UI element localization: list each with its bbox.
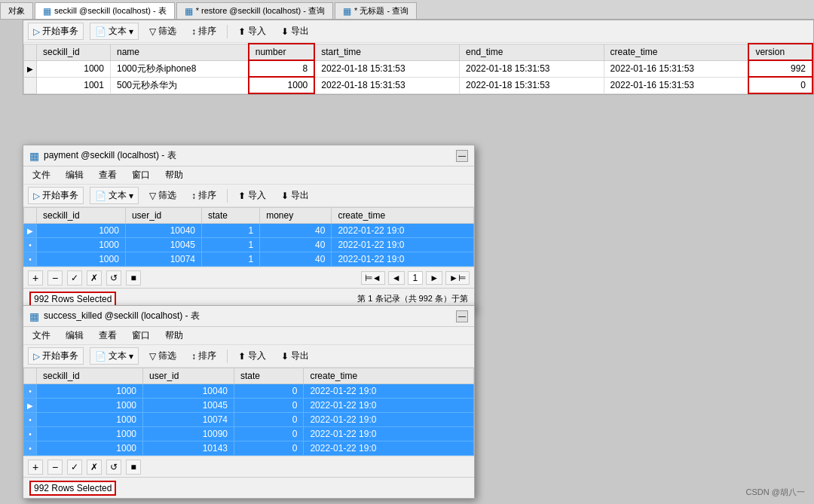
pay-begin-transaction-btn[interactable]: ▷ 开始事务	[28, 187, 84, 204]
col-version: version	[748, 44, 812, 60]
success-menu-view[interactable]: 查看	[96, 328, 120, 344]
pay-import-icon: ⬆	[238, 191, 246, 201]
query-icon-1: ▦	[185, 6, 193, 17]
success-menu-window[interactable]: 窗口	[129, 328, 153, 344]
menu-help[interactable]: 帮助	[162, 167, 186, 183]
pay-filter-btn[interactable]: ▽ 筛选	[145, 188, 181, 203]
tab-objects[interactable]: 对象	[0, 2, 33, 19]
suc-import-btn[interactable]: ⬆ 导入	[234, 348, 271, 364]
tab-restore-query[interactable]: ▦ * restore @seckill (localhost) - 查询	[176, 2, 333, 19]
pay-text-dropdown: ▾	[129, 191, 133, 201]
success-menu-file[interactable]: 文件	[29, 328, 54, 344]
page-last-btn[interactable]: ►⊨	[445, 271, 470, 285]
text-btn[interactable]: 📄 文本 ▾	[90, 23, 139, 40]
seckill-data-table: seckill_id name number start_time end_ti…	[23, 43, 813, 94]
pay-transaction-icon: ▷	[33, 191, 40, 201]
tab-restore-label: * restore @seckill (localhost) - 查询	[196, 5, 325, 17]
menu-file[interactable]: 文件	[29, 167, 54, 183]
suc-add-row-btn[interactable]: +	[28, 460, 43, 475]
table-row[interactable]: • 1000 10090 0 2022-01-22 19:0	[24, 427, 474, 441]
table-row[interactable]: • 1000 10143 0 2022-01-22 19:0	[24, 441, 474, 456]
suc-refresh-btn[interactable]: ↺	[106, 460, 121, 475]
table-row[interactable]: • 1000 10040 0 2022-01-22 19:0	[24, 384, 474, 399]
suc-text-dropdown: ▾	[129, 351, 133, 362]
payment-actions-bar: + − ✓ ✗ ↺ ■ ⊨◄ ◄ 1 ► ►⊨	[23, 267, 474, 288]
filter-btn[interactable]: ▽ 筛选	[145, 23, 181, 39]
export-icon: ⬇	[281, 26, 289, 37]
success-window-title: success_killed @seckill (localhost) - 表	[44, 310, 200, 322]
col-number: number	[249, 44, 315, 60]
suc-export-btn[interactable]: ⬇ 导出	[277, 348, 314, 364]
suc-transaction-icon: ▷	[33, 351, 40, 362]
table-row[interactable]: ▶ 1000 1000元秒杀iphone8 8 2022-01-18 15:31…	[24, 60, 813, 77]
col-seckill-id: seckill_id	[37, 44, 111, 60]
suc-import-icon: ⬆	[238, 351, 246, 362]
filter-icon: ▽	[149, 26, 156, 37]
import-btn[interactable]: ⬆ 导入	[234, 23, 271, 39]
menu-edit[interactable]: 编辑	[63, 167, 87, 183]
begin-transaction-btn[interactable]: ▷ 开始事务	[28, 23, 84, 40]
suc-export-icon: ⬇	[281, 351, 289, 362]
table-row[interactable]: ▶ 1000 10045 0 2022-01-22 19:0	[24, 399, 474, 413]
page-first-btn[interactable]: ⊨◄	[361, 271, 385, 285]
suc-text-icon: 📄	[95, 351, 106, 362]
suc-stop-btn[interactable]: ■	[126, 460, 141, 475]
pay-export-icon: ⬇	[281, 191, 289, 201]
success-table-icon: ▦	[29, 310, 39, 322]
page-prev-btn[interactable]: ◄	[388, 271, 405, 285]
query-icon-2: ▦	[343, 6, 351, 17]
success-titlebar: ▦ success_killed @seckill (localhost) - …	[23, 306, 474, 327]
tab-untitled-query[interactable]: ▦ * 无标题 - 查询	[335, 2, 417, 19]
page-next-btn[interactable]: ►	[426, 271, 442, 285]
tab-seckill-table[interactable]: ▦ seckill @seckill (localhost) - 表	[35, 2, 175, 19]
pay-col-user-id: user_id	[125, 208, 201, 224]
payment-toolbar: ▷ 开始事务 📄 文本 ▾ ▽ 筛选 ↕ 排序 ⬆ 导入 ⬇ 导出	[23, 185, 474, 207]
success-menu-help[interactable]: 帮助	[162, 328, 186, 344]
cancel-edit-btn[interactable]: ✗	[87, 270, 102, 286]
success-statusbar: 992 Rows Selected	[23, 477, 474, 498]
suc-cancel-edit-btn[interactable]: ✗	[87, 460, 102, 475]
pay-import-btn[interactable]: ⬆ 导入	[234, 188, 271, 203]
menu-window[interactable]: 窗口	[129, 167, 153, 183]
check-btn[interactable]: ✓	[67, 270, 82, 286]
suc-filter-btn[interactable]: ▽ 筛选	[145, 348, 181, 364]
menu-view[interactable]: 查看	[96, 167, 120, 183]
table-row[interactable]: • 1000 10074 0 2022-01-22 19:0	[24, 413, 474, 427]
sort-icon: ↕	[191, 26, 196, 37]
transaction-icon: ▷	[33, 26, 40, 37]
refresh-btn[interactable]: ↺	[106, 270, 121, 286]
table-row[interactable]: • 1000 10045 1 40 2022-01-22 19:0	[24, 238, 474, 252]
tab-objects-label: 对象	[8, 5, 25, 17]
seckill-toolbar: ▷ 开始事务 📄 文本 ▾ ▽ 筛选 ↕ 排序 ⬆ 导入 ⬇ 导出	[23, 20, 813, 43]
export-btn[interactable]: ⬇ 导出	[277, 23, 314, 39]
suc-text-btn[interactable]: 📄 文本 ▾	[90, 347, 139, 365]
pay-export-btn[interactable]: ⬇ 导出	[277, 188, 314, 203]
payment-data-table: seckill_id user_id state money create_ti…	[23, 207, 474, 267]
stop-btn[interactable]: ■	[126, 270, 141, 286]
success-minimize-btn[interactable]: —	[456, 310, 468, 322]
table-row[interactable]: • 1000 10074 1 40 2022-01-22 19:0	[24, 252, 474, 267]
sort-btn[interactable]: ↕ 排序	[187, 23, 221, 39]
pay-text-btn[interactable]: 📄 文本 ▾	[90, 187, 139, 204]
col-name: name	[110, 44, 248, 60]
suc-delete-row-btn[interactable]: −	[47, 460, 63, 475]
payment-titlebar: ▦ payment @seckill (localhost) - 表 —	[23, 145, 474, 166]
table-row[interactable]: 1001 500元秒杀华为 1000 2022-01-18 15:31:53 2…	[24, 77, 813, 93]
success-menu-edit[interactable]: 编辑	[63, 328, 87, 344]
success-menubar: 文件 编辑 查看 窗口 帮助	[23, 327, 474, 345]
suc-check-btn[interactable]: ✓	[67, 460, 82, 475]
payment-window-title: payment @seckill (localhost) - 表	[44, 149, 176, 162]
col-end-time: end_time	[460, 44, 604, 60]
suc-sort-btn[interactable]: ↕ 排序	[187, 348, 221, 364]
import-icon: ⬆	[238, 26, 246, 37]
suc-begin-transaction-btn[interactable]: ▷ 开始事务	[28, 347, 84, 365]
payment-minimize-btn[interactable]: —	[456, 150, 468, 162]
success-toolbar: ▷ 开始事务 📄 文本 ▾ ▽ 筛选 ↕ 排序 ⬆ 导入 ⬇ 导出	[23, 345, 474, 368]
add-row-btn[interactable]: +	[28, 270, 43, 286]
pay-col-create-time: create_time	[332, 208, 474, 224]
delete-row-btn[interactable]: −	[47, 270, 63, 286]
page-number[interactable]: 1	[408, 271, 424, 285]
suc-sort-icon: ↕	[191, 351, 196, 362]
pay-sort-btn[interactable]: ↕ 排序	[187, 188, 221, 203]
table-row[interactable]: ▶ 1000 10040 1 40 2022-01-22 19:0	[24, 224, 474, 238]
